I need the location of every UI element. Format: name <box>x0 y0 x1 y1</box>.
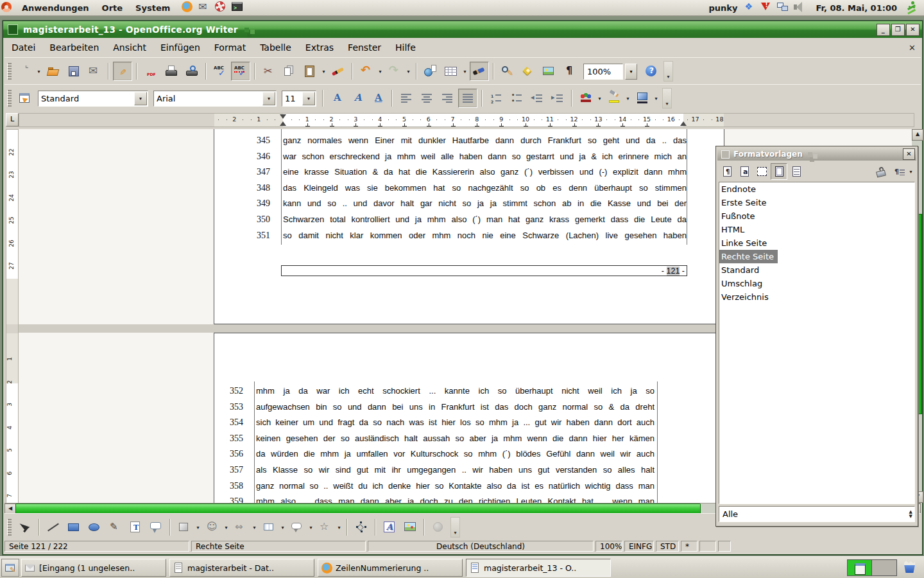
zoom-combobox[interactable] <box>583 64 623 80</box>
font-combobox[interactable] <box>153 91 277 107</box>
print-button[interactable] <box>162 62 181 81</box>
redo-button[interactable] <box>385 62 404 81</box>
menu-extras[interactable]: Extras <box>298 40 341 55</box>
fill-format-button[interactable] <box>873 163 889 180</box>
styles-window-button[interactable] <box>15 89 35 108</box>
callouts-button[interactable] <box>287 518 307 537</box>
toolbar-handle[interactable] <box>7 90 12 107</box>
styles-filter-combobox[interactable]: Alle ▲▼ <box>719 506 915 522</box>
character-styles-button[interactable] <box>736 163 753 180</box>
italic-button[interactable] <box>348 89 367 108</box>
save-button[interactable] <box>64 62 83 81</box>
network-icon[interactable] <box>776 0 791 15</box>
page-122[interactable]: 352mhm ja da war ich echt schockiert ...… <box>214 333 724 503</box>
list-styles-button[interactable] <box>788 163 805 180</box>
bullet-list-button[interactable] <box>507 89 526 108</box>
combo-dropdown-button[interactable] <box>262 92 275 105</box>
bold-button[interactable] <box>327 89 346 108</box>
style-item-standard[interactable]: Standard <box>719 265 761 275</box>
left-margin-marker[interactable] <box>280 121 286 126</box>
menu-datei[interactable]: Datei <box>4 40 42 55</box>
align-right-button[interactable] <box>438 89 457 108</box>
task-button-1[interactable]: [Eingang (1 ungelesen.. <box>21 559 166 577</box>
firefox-icon[interactable] <box>180 0 196 15</box>
show-desktop-button[interactable] <box>1 559 19 577</box>
help-button[interactable] <box>642 62 661 81</box>
extrusion-button[interactable] <box>429 518 448 537</box>
line-text[interactable]: ganz normal so .. weißt du ich denke hie… <box>256 478 654 495</box>
symbol-shapes-button[interactable] <box>203 518 222 537</box>
menu-einfügen[interactable]: Einfügen <box>153 40 207 55</box>
status-page[interactable]: Seite 121 / 222 <box>4 541 189 552</box>
style-item-erste-seite[interactable]: Erste Seite <box>719 198 769 207</box>
scroll-up-button[interactable]: ▲ <box>912 129 923 141</box>
workspace-2[interactable] <box>872 560 896 575</box>
page-preview-button[interactable] <box>182 62 201 81</box>
line-text[interactable]: mhm also ... dass man dann aber ja doch … <box>256 494 654 503</box>
basic-shapes-button[interactable] <box>175 518 194 537</box>
freeform-button[interactable] <box>105 518 124 537</box>
mail-icon[interactable] <box>197 0 212 15</box>
trash-applet[interactable] <box>902 559 920 577</box>
line-text[interactable]: da würden die mhm ja umfallen vor Kultur… <box>256 446 654 462</box>
gallery-button[interactable] <box>539 62 558 81</box>
styles-window-titlebar[interactable]: Formatvorlagen ✕ <box>717 148 916 161</box>
task-button-4[interactable]: magisterarbeit_13 - O.. <box>466 559 611 577</box>
terminal-icon[interactable] <box>230 0 246 15</box>
align-center-button[interactable] <box>417 89 436 108</box>
styles-close-button[interactable]: ✕ <box>903 148 915 160</box>
paste-button[interactable] <box>300 62 320 81</box>
line-text[interactable]: aufgewachsen bin so und dann bei uns in … <box>256 399 654 416</box>
style-item-fußnote[interactable]: Fußnote <box>719 211 757 221</box>
justify-button[interactable] <box>458 89 477 108</box>
undo-button[interactable] <box>357 62 376 81</box>
dropdown-arrow-icon[interactable] <box>194 518 201 536</box>
status-page-style[interactable]: Rechte Seite <box>191 541 366 552</box>
window-menu-icon[interactable] <box>8 24 18 35</box>
username-label[interactable]: punky <box>708 3 737 13</box>
help-lifesaver-icon[interactable] <box>214 0 229 15</box>
dropbox-icon[interactable] <box>742 0 758 15</box>
dropdown-arrow-icon[interactable] <box>461 62 468 80</box>
new-style-button[interactable] <box>890 163 907 180</box>
text-button[interactable] <box>126 518 145 537</box>
combo-dropdown-button[interactable] <box>302 92 315 105</box>
align-left-button[interactable] <box>397 89 416 108</box>
clock[interactable]: Fr, 08. Mai, 01:00 <box>810 3 902 13</box>
status-selection-mode[interactable]: STD <box>656 541 679 552</box>
toolbar-handle[interactable] <box>7 519 12 536</box>
menu-bearbeiten[interactable]: Bearbeiten <box>42 40 106 55</box>
dropdown-arrow-icon[interactable] <box>596 89 603 107</box>
left-margin-marker[interactable] <box>280 114 286 119</box>
combo-dropdown-button[interactable] <box>134 92 147 105</box>
menu-tabelle[interactable]: Tabelle <box>253 40 298 55</box>
cut-button[interactable] <box>259 62 278 81</box>
edit-file-button[interactable] <box>113 62 132 81</box>
line-text[interactable]: eine krasse Situation & da hat die Kassi… <box>283 164 687 180</box>
logout-icon[interactable] <box>905 0 920 15</box>
find-replace-button[interactable] <box>498 62 517 81</box>
toolbar-overflow-button[interactable] <box>450 517 460 538</box>
menu-hilfe[interactable]: Hilfe <box>388 40 423 55</box>
style-combobox[interactable] <box>38 91 148 107</box>
indent-decrease-button[interactable] <box>527 89 547 108</box>
format-paintbrush-button[interactable] <box>329 62 348 81</box>
style-item-html[interactable]: HTML <box>719 225 746 234</box>
select-button[interactable] <box>15 518 35 537</box>
workspace-1[interactable] <box>848 560 872 575</box>
right-margin-marker[interactable] <box>680 121 687 126</box>
toolbar-overflow-button[interactable] <box>663 61 673 82</box>
dropdown-arrow-icon[interactable] <box>320 62 327 80</box>
line-text[interactable]: mhm ja da war ich echt schockiert ... ka… <box>256 383 654 399</box>
dropdown-arrow-icon[interactable] <box>35 62 42 80</box>
flowchart-button[interactable] <box>259 518 278 537</box>
highlighting-button[interactable] <box>604 89 624 108</box>
hyperlink-button[interactable] <box>421 62 440 81</box>
updates-icon[interactable] <box>759 0 774 15</box>
panel-menu-anwendungen[interactable]: Anwendungen <box>15 2 96 14</box>
frame-styles-button[interactable] <box>753 163 770 180</box>
style-item-endnote[interactable]: Endnote <box>719 184 758 194</box>
style-item-rechte-seite[interactable]: Rechte Seite <box>719 250 778 263</box>
email-button[interactable] <box>85 62 104 81</box>
line-text[interactable]: das Kleingeld was sie bekommen hat so na… <box>283 180 687 197</box>
